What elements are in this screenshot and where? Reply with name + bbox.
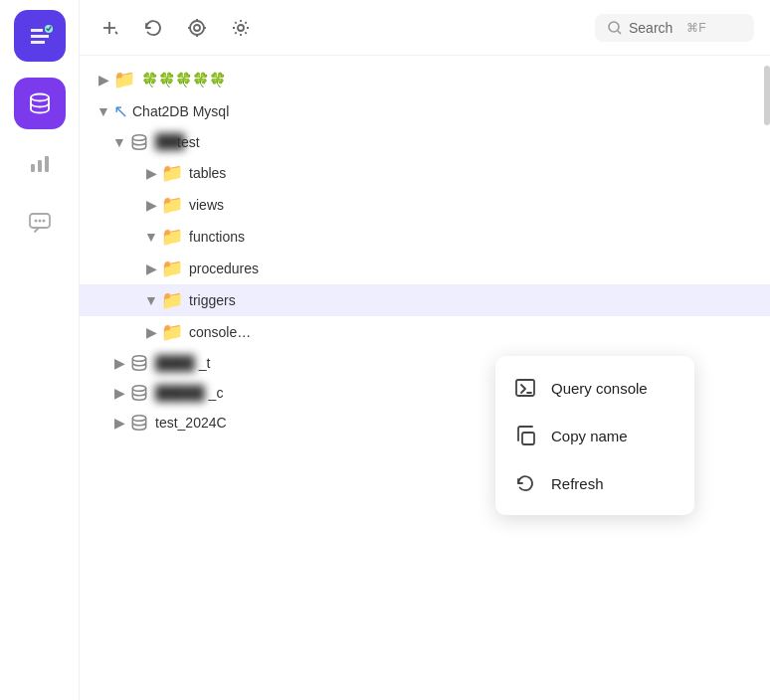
chevron-down-icon-triggers: ▼ xyxy=(143,292,159,308)
target-button[interactable] xyxy=(183,14,211,42)
context-menu-refresh[interactable]: Refresh xyxy=(495,459,694,507)
chevron-right-icon-consoles: ▶ xyxy=(143,324,159,340)
copy-name-label: Copy name xyxy=(551,428,628,444)
db-name-blurred-2: █████ xyxy=(155,385,205,401)
chevron-right-icon-db2: ▶ xyxy=(111,385,127,401)
tree-area: ▶ 📁 🍀🍀🍀🍀🍀 ▼ ↖ Chat2DB Mysql ▼ ███ test xyxy=(80,56,770,700)
svg-point-7 xyxy=(34,220,37,223)
sidebar-chart-icon[interactable] xyxy=(14,137,66,189)
chevron-right-icon-tables: ▶ xyxy=(143,165,159,181)
chevron-down-icon-2: ▼ xyxy=(111,134,127,150)
context-menu-copy-name[interactable]: Copy name xyxy=(495,412,694,459)
tree-item-chat2db-mysql[interactable]: ▼ ↖ Chat2DB Mysql xyxy=(80,95,770,127)
refresh-button[interactable] xyxy=(139,14,167,42)
svg-point-24 xyxy=(132,386,145,392)
main-area: Search ⌘F ▶ 📁 🍀🍀🍀🍀🍀 ▼ ↖ Chat2DB Mysql ▼ xyxy=(80,0,770,700)
svg-point-2 xyxy=(31,94,49,101)
copy-icon xyxy=(511,422,539,449)
sidebar-database-icon[interactable] xyxy=(14,78,66,129)
toolbar-actions xyxy=(96,14,255,42)
db-avatar-blurred: ███ xyxy=(155,133,173,151)
search-label: Search xyxy=(629,20,673,36)
svg-point-23 xyxy=(132,356,145,362)
svg-line-21 xyxy=(618,31,621,34)
tree-item-triggers[interactable]: ▼ 📁 triggers xyxy=(80,284,770,316)
svg-point-8 xyxy=(38,220,41,223)
search-icon xyxy=(607,20,623,36)
chevron-down-icon: ▼ xyxy=(96,103,111,119)
sidebar-logo[interactable] xyxy=(14,10,66,62)
tree-item-db-test[interactable]: ▼ ███ test xyxy=(80,127,770,157)
context-menu-query-console[interactable]: Query console xyxy=(495,364,694,412)
svg-point-20 xyxy=(609,22,619,32)
db-icon-4 xyxy=(129,413,149,433)
svg-point-14 xyxy=(194,25,200,31)
query-console-label: Query console xyxy=(551,380,648,397)
db-icon xyxy=(129,132,149,152)
mysql-cursor-icon: ↖ xyxy=(113,100,128,122)
settings-button[interactable] xyxy=(227,14,255,42)
add-button[interactable] xyxy=(96,14,123,42)
search-box[interactable]: Search ⌘F xyxy=(595,14,754,42)
tree-item-consoles[interactable]: ▶ 📁 console… xyxy=(80,316,770,348)
db-icon-3 xyxy=(129,383,149,403)
db-icon-2 xyxy=(129,353,149,373)
sidebar xyxy=(0,0,80,700)
refresh-label: Refresh xyxy=(551,475,604,492)
svg-rect-4 xyxy=(38,160,42,172)
scrollbar-track[interactable] xyxy=(764,56,770,700)
scrollbar-thumb[interactable] xyxy=(764,66,770,125)
chevron-right-icon-test2024: ▶ xyxy=(111,415,127,431)
tree-item-procedures[interactable]: ▶ 📁 procedures xyxy=(80,253,770,284)
svg-point-9 xyxy=(42,220,45,223)
refresh-icon xyxy=(511,469,539,497)
chevron-right-icon-procedures: ▶ xyxy=(143,261,159,276)
svg-point-19 xyxy=(238,25,244,31)
tree-item-clover[interactable]: ▶ 📁 🍀🍀🍀🍀🍀 xyxy=(80,64,770,95)
svg-point-25 xyxy=(132,416,145,422)
tree-item-tables[interactable]: ▶ 📁 tables xyxy=(80,157,770,189)
svg-rect-28 xyxy=(522,433,534,444)
svg-point-22 xyxy=(132,135,145,141)
chevron-right-icon-db1: ▶ xyxy=(111,355,127,371)
terminal-icon xyxy=(511,374,539,402)
svg-point-13 xyxy=(190,21,204,35)
tree-item-functions[interactable]: ▼ 📁 functions xyxy=(80,221,770,253)
svg-rect-3 xyxy=(31,164,35,172)
toolbar: Search ⌘F xyxy=(80,0,770,56)
sidebar-chat-icon[interactable] xyxy=(14,197,66,249)
chevron-down-icon-functions: ▼ xyxy=(143,229,159,245)
svg-rect-5 xyxy=(45,156,49,172)
search-shortcut: ⌘F xyxy=(686,21,705,35)
db-name-blurred-1: ████ xyxy=(155,355,195,371)
tree-item-views[interactable]: ▶ 📁 views xyxy=(80,189,770,221)
svg-line-12 xyxy=(115,32,117,34)
chevron-right-icon-views: ▶ xyxy=(143,197,159,213)
chevron-right-icon: ▶ xyxy=(96,72,111,88)
context-menu: Query console Copy name xyxy=(495,356,694,515)
